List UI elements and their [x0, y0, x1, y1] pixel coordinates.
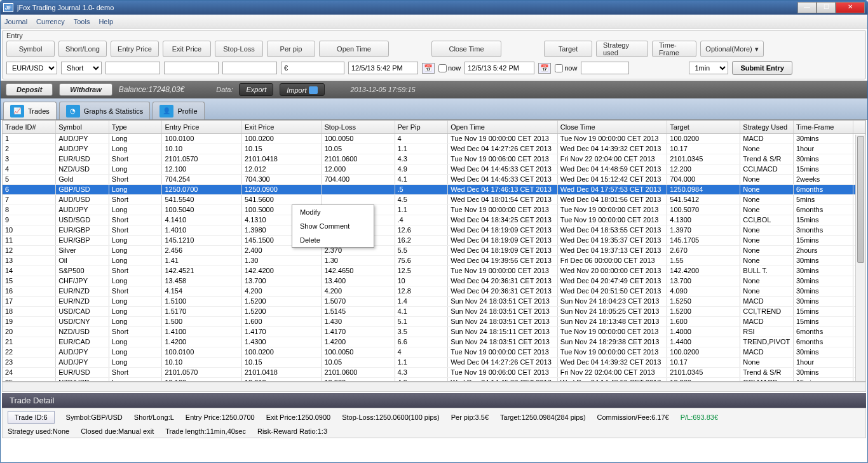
close-now-checkbox[interactable] — [555, 64, 563, 72]
detail-symbol: Symbol:GBP/USD — [66, 413, 123, 421]
account-bar: Deposit Withdraw Balance:17248,03€ Data:… — [1, 81, 867, 98]
menu-journal[interactable]: Journal — [4, 18, 27, 25]
per-pip-input[interactable] — [281, 62, 344, 74]
table-row[interactable]: 11EUR/GBPLong145.1210145.1500145.100016.… — [3, 235, 865, 245]
table-row[interactable]: 17EUR/NZDLong1.51001.52001.50701.4Sun No… — [3, 296, 865, 306]
label-open-time: Open Time — [319, 41, 389, 57]
table-row[interactable]: 23AUD/JPYLong10.1010.1510.051.1Wed Dec 0… — [3, 357, 865, 367]
table-row[interactable]: 6GBP/USDLong1250.07001250.0900.5Wed Dec … — [3, 184, 865, 194]
column-header[interactable]: Target — [667, 121, 740, 133]
table-row[interactable]: 4NZD/USDLong12.10012.01212.0004.9Wed Dec… — [3, 164, 865, 174]
close-now-label: now — [564, 64, 577, 72]
menubar: Journal Currency Tools Help — [1, 15, 867, 29]
table-row[interactable]: 22AUD/JPYLong100.0100100.0200100.00504Tu… — [3, 347, 865, 357]
column-header[interactable]: Strategy Used — [740, 121, 794, 133]
table-row[interactable]: 3EUR/USDShort2101.05702101.04182101.0600… — [3, 154, 865, 164]
table-row[interactable]: 12SilverLong2.4562.4002.3705.5Wed Dec 04… — [3, 245, 865, 255]
table-row[interactable]: 1AUD/JPYLong100.0100100.0200100.00504Tue… — [3, 133, 865, 144]
detail-rrr: Risk-Reward Ratio:1:3 — [257, 427, 327, 435]
table-row[interactable]: 24EUR/USDShort2101.05702101.04182101.060… — [3, 367, 865, 377]
column-header[interactable]: Type — [109, 121, 162, 133]
context-modify[interactable]: Modify — [292, 205, 374, 219]
label-entry-price: Entry Price — [111, 41, 159, 57]
target-input[interactable] — [581, 62, 629, 74]
symbol-select[interactable]: EUR/USD — [6, 62, 57, 74]
optional-more-dropdown[interactable]: Optional(More) ▾ — [700, 41, 764, 57]
pie-icon: ◔ — [66, 105, 80, 117]
app-icon: JF — [3, 3, 13, 12]
trade-detail-title: Trade Detail — [2, 393, 866, 408]
stop-loss-input[interactable] — [222, 62, 277, 74]
table-row[interactable]: 10EUR/GBPShort1.40101.398012.6Wed Dec 04… — [3, 225, 865, 235]
open-time-input[interactable] — [348, 62, 418, 74]
horizontal-scrollbar[interactable] — [2, 382, 866, 392]
table-row[interactable]: 20NZD/USDShort1.41001.41701.41703.5Sun N… — [3, 326, 865, 337]
export-button[interactable]: Export — [239, 83, 273, 96]
context-show-comment[interactable]: Show Comment — [292, 219, 374, 233]
detail-target: Target:1250.0984(284 pips) — [500, 413, 586, 421]
shortlong-select[interactable]: Short — [61, 62, 102, 74]
table-row[interactable]: 5GoldShort704.254704.300704.4004.1Wed De… — [3, 174, 865, 184]
entry-price-input[interactable] — [105, 62, 160, 74]
table-row[interactable]: 16EUR/NZDShort4.1544.2004.20012.8Wed Dec… — [3, 286, 865, 296]
chart-icon: 📈 — [10, 105, 24, 117]
column-header[interactable]: Time-Frame — [793, 121, 853, 133]
column-header[interactable]: Open Time — [448, 121, 558, 133]
tab-graphs[interactable]: ◔Graphs & Statistics — [59, 102, 151, 119]
table-row[interactable]: 9USD/SGDShort4.14104.1310.4Wed Dec 04 18… — [3, 215, 865, 225]
column-header[interactable]: Per Pip — [395, 121, 448, 133]
minimize-button[interactable]: — — [797, 2, 817, 13]
table-row[interactable]: 7AUD/USDShort541.5540541.56004.5Wed Dec … — [3, 194, 865, 205]
table-row[interactable]: 13OilLong1.411.301.3075.6Wed Dec 04 19:3… — [3, 255, 865, 265]
column-header[interactable]: Trade ID# — [3, 121, 56, 133]
table-row[interactable]: 18USD/CADLong1.51701.52001.51454.1Sun No… — [3, 306, 865, 316]
detail-commission: Commission/Fee:6.17€ — [597, 413, 669, 421]
column-header[interactable]: Exit Price — [241, 121, 322, 133]
window-title: jFox Trading Journal 1.0- demo — [17, 4, 797, 11]
exit-price-input[interactable] — [164, 62, 219, 74]
column-header[interactable]: Close Time — [557, 121, 667, 133]
column-header[interactable]: Entry Price — [162, 121, 242, 133]
menu-help[interactable]: Help — [98, 18, 113, 25]
column-header[interactable]: Stop-Loss — [322, 121, 395, 133]
table-row[interactable]: 25NZD/USDLong12.10012.01212.0004.9Wed De… — [3, 377, 865, 382]
timeframe-select[interactable]: 1min — [689, 62, 728, 74]
calendar-icon[interactable]: 📅 — [538, 63, 551, 74]
table-row[interactable]: 21EUR/CADLong1.42001.43001.42006.6Sun No… — [3, 337, 865, 347]
folder-icon — [309, 86, 318, 94]
vertical-scrollbar[interactable] — [855, 135, 865, 381]
table-row[interactable]: 19USD/CNYLong1.5001.6001.4305.1Sun Nov 2… — [3, 316, 865, 326]
label-close-time: Close Time — [431, 41, 501, 57]
submit-entry-button[interactable]: Submit Entry — [732, 61, 792, 75]
menu-tools[interactable]: Tools — [74, 18, 90, 25]
tab-trades[interactable]: 📈Trades — [3, 102, 57, 119]
chevron-down-icon: ▾ — [755, 45, 759, 53]
titlebar: JF jFox Trading Journal 1.0- demo — ☐ ✕ — [1, 1, 867, 15]
calendar-icon[interactable]: 📅 — [422, 63, 435, 74]
profile-icon: 👤 — [159, 105, 173, 117]
detail-trade-length: Trade length:11min,40sec — [165, 427, 246, 435]
context-delete[interactable]: Delete — [292, 233, 374, 247]
label-per-pip: Per pip — [267, 41, 315, 57]
balance-label: Balance:17248,03€ — [119, 85, 184, 94]
detail-per-pip: Per pip:3.5€ — [451, 413, 489, 421]
trade-detail-panel: Trade ID:6 Symbol:GBP/USD Short/Long:L E… — [2, 408, 866, 438]
close-button[interactable]: ✕ — [836, 2, 865, 13]
maximize-button[interactable]: ☐ — [817, 2, 836, 13]
table-row[interactable]: 14S&P500Short142.4521142.4200142.465012.… — [3, 265, 865, 276]
import-button[interactable]: Import — [280, 83, 325, 96]
table-row[interactable]: 2AUD/JPYLong10.1010.1510.051.1Wed Dec 04… — [3, 144, 865, 154]
table-row[interactable]: 15CHF/JPYLong13.45813.70013.40010Wed Dec… — [3, 276, 865, 286]
label-target: Target — [544, 41, 592, 57]
deposit-button[interactable]: Deposit — [6, 83, 53, 96]
menu-currency[interactable]: Currency — [36, 18, 65, 25]
close-time-input[interactable] — [465, 62, 534, 74]
open-now-label: now — [448, 64, 461, 72]
detail-trade-id: Trade ID:6 — [8, 411, 55, 424]
open-now-checkbox[interactable] — [438, 64, 447, 72]
withdraw-button[interactable]: Withdraw — [59, 83, 112, 96]
column-header[interactable]: Symbol — [56, 121, 109, 133]
tabs-row: 📈Trades ◔Graphs & Statistics 👤Profile — [1, 98, 867, 120]
tab-profile[interactable]: 👤Profile — [153, 102, 204, 119]
table-row[interactable]: 8AUD/JPYLong100.5040100.50001.1Tue Nov 1… — [3, 205, 865, 215]
